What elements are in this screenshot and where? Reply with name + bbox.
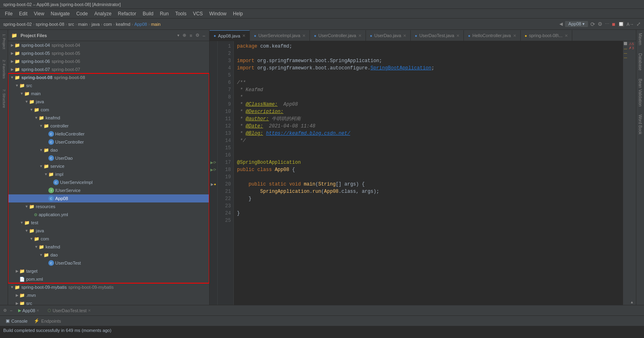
- tree-item-resources[interactable]: ▼ 📁 resources: [8, 202, 209, 211]
- tree-item-src[interactable]: ▼ 📁 src: [8, 81, 209, 90]
- tab-App08[interactable]: ● App08.java ✕: [210, 30, 250, 41]
- menu-edit[interactable]: Edit: [16, 10, 31, 17]
- menu-analyze[interactable]: Analyze: [91, 10, 115, 17]
- menu-file[interactable]: File: [2, 10, 16, 17]
- toolbar-settings-icon[interactable]: ⚙: [598, 21, 602, 27]
- gutter-run-icon-17[interactable]: ▶: [210, 161, 213, 165]
- tab-close-HelloController[interactable]: ✕: [513, 33, 516, 38]
- run-tab-close-App08[interactable]: ✕: [36, 309, 39, 313]
- sidebar-favorites-label[interactable]: 2: Favorites: [1, 59, 7, 79]
- tab-close-UserDao[interactable]: ✕: [403, 33, 406, 38]
- tab-UserDaoTest[interactable]: ● UserDaoTest.java ✕: [411, 30, 464, 41]
- tree-item-spring-boot-06[interactable]: ▶ 📁 spring-boot-06 spring-boot-06: [8, 57, 209, 65]
- sidebar-project-label[interactable]: 1: Project: [1, 33, 7, 50]
- panel-settings-icon[interactable]: ⚙: [195, 32, 200, 39]
- tree-item-UserServiceImpl[interactable]: C UserServiceImpl: [8, 178, 209, 186]
- tree-item-test-dao[interactable]: ▼ 📁 dao: [8, 251, 209, 259]
- panel-locate-icon[interactable]: ⊕: [182, 32, 187, 39]
- menu-view[interactable]: View: [31, 10, 48, 17]
- tab-close-UserServiceImpl[interactable]: ✕: [302, 33, 305, 38]
- toolbar-app08-dropdown[interactable]: App08 ▾: [565, 21, 588, 27]
- tab-HelloController[interactable]: ● HelloController.java ✕: [464, 30, 520, 41]
- tree-item-pom-xml[interactable]: 📄 pom.xml: [8, 275, 209, 283]
- toolbar-expand-icon[interactable]: ⤢: [636, 21, 641, 27]
- breadcrumb-item-app08[interactable]: App08: [134, 22, 147, 27]
- menu-window[interactable]: Window: [206, 10, 230, 17]
- toolbar-back-button[interactable]: ◀: [559, 21, 563, 27]
- right-label-database[interactable]: Database: [637, 52, 643, 72]
- bottom-tab-console[interactable]: ▣ Console: [3, 317, 30, 324]
- tree-item-spring-boot-09[interactable]: ▼ 📁 spring-boot-09-mybatis spring-boot-0…: [8, 283, 209, 291]
- tree-item-UserController[interactable]: C UserController: [8, 138, 209, 146]
- tree-item-test[interactable]: ▼ 📁 test: [8, 219, 209, 227]
- tree-item-impl[interactable]: ▼ 📁 impl: [8, 170, 209, 178]
- tree-item-src-sb09[interactable]: ▶ 📁 src: [8, 299, 209, 305]
- breadcrumb-item[interactable]: spring-boot-08: [36, 22, 64, 27]
- tree-item-test-com[interactable]: ▼ 📁 com: [8, 235, 209, 243]
- tab-UserDao[interactable]: ● UserDao.java ✕: [366, 30, 411, 41]
- tree-item-java[interactable]: ▼ 📁 java: [8, 98, 209, 106]
- toolbar-translate-icon[interactable]: A→: [627, 22, 634, 27]
- tree-item-main[interactable]: ▼ 📁 main: [8, 90, 209, 98]
- sidebar-structure-label[interactable]: 7: Structure: [1, 88, 7, 109]
- tree-item-test-keafmd[interactable]: ▼ 📁 keafmd: [8, 243, 209, 251]
- tree-item-com[interactable]: ▼ 📁 com: [8, 106, 209, 114]
- tree-item-dao[interactable]: ▼ 📁 dao: [8, 146, 209, 154]
- toolbar-coverage-icon[interactable]: 🔲: [618, 21, 624, 27]
- editor-scrollbar[interactable]: — — —: [623, 41, 628, 305]
- tree-item-spring-boot-05[interactable]: ▶ 📁 spring-boot-05 spring-boot-05: [8, 49, 209, 57]
- breadcrumb-item[interactable]: spring-boot-02: [3, 22, 32, 27]
- right-label-bean-validation[interactable]: Bean Validation: [637, 77, 643, 108]
- right-label-word-book[interactable]: Word Book: [637, 113, 643, 136]
- right-label-maven[interactable]: Maven: [637, 31, 643, 47]
- menu-tools[interactable]: Tools: [172, 10, 190, 17]
- tree-item-controller[interactable]: ▼ 📁 controller: [8, 122, 209, 130]
- gutter-run-icon-20[interactable]: ▶: [211, 182, 214, 186]
- menu-help[interactable]: Help: [230, 10, 246, 17]
- tree-item-spring-boot-04[interactable]: ▶ 📁 spring-boot-04 spring-boot-04: [8, 41, 209, 49]
- menu-run[interactable]: Run: [157, 10, 172, 17]
- run-tab-close-test[interactable]: ✕: [88, 309, 91, 313]
- toolbar-extra-icon[interactable]: ⋯: [605, 21, 609, 27]
- tree-item-spring-boot-08[interactable]: ▼ 📁 spring-boot-08 spring-boot-08: [8, 73, 209, 81]
- breadcrumb-item[interactable]: java: [91, 22, 100, 27]
- gutter-run-icon-18[interactable]: ▶: [210, 168, 213, 172]
- run-bar-close-icon[interactable]: –: [10, 308, 12, 313]
- tab-close-UserDaoTest[interactable]: ✕: [456, 33, 459, 38]
- breadcrumb-item[interactable]: main: [78, 22, 88, 27]
- run-tab-App08[interactable]: ▶ App08 ✕: [16, 307, 42, 314]
- tree-item-spring-boot-07[interactable]: ▶ 📁 spring-boot-07 spring-boot-07: [8, 65, 209, 73]
- tab-close-UserController[interactable]: ✕: [358, 33, 361, 38]
- menu-vcs[interactable]: VCS: [190, 10, 206, 17]
- tab-close-App08[interactable]: ✕: [242, 33, 245, 38]
- tree-item-IUserService[interactable]: I IUserService: [8, 186, 209, 194]
- tree-item-HelloController[interactable]: C HelloController: [8, 130, 209, 138]
- tab-UserController[interactable]: ● UserController.java ✕: [310, 30, 366, 41]
- toolbar-stop-icon[interactable]: ■: [612, 21, 615, 27]
- breadcrumb-item[interactable]: src: [68, 22, 74, 27]
- panel-collapse-icon[interactable]: ≡: [189, 32, 193, 39]
- tree-item-UserDaoTest[interactable]: C UserDaoTest: [8, 259, 209, 267]
- tree-item-target[interactable]: ▶ 📁 target: [8, 267, 209, 275]
- breadcrumb-item[interactable]: keafmd: [116, 22, 130, 27]
- tree-item-test-java[interactable]: ▼ 📁 java: [8, 227, 209, 235]
- run-bar-settings-icon[interactable]: ⚙: [3, 308, 7, 313]
- code-content[interactable]: package com.keafmd; import org.springfra…: [234, 41, 623, 305]
- menu-navigate[interactable]: Navigate: [48, 10, 73, 17]
- tab-close-springboot08[interactable]: ✕: [565, 33, 568, 38]
- breadcrumb-item-main[interactable]: main: [151, 22, 161, 27]
- tab-springboot08-dir[interactable]: ● spring-boot-08\... ✕: [521, 30, 572, 41]
- tree-item-service[interactable]: ▼ 📁 service: [8, 162, 209, 170]
- bottom-tab-endpoints[interactable]: ⚡ Endpoints: [31, 317, 63, 324]
- menu-build[interactable]: Build: [139, 10, 157, 17]
- tab-UserServiceImpl[interactable]: ● UserServiceImpl.java ✕: [250, 30, 310, 41]
- menu-refactor[interactable]: Refactor: [115, 10, 139, 17]
- panel-hide-icon[interactable]: –: [202, 32, 206, 39]
- tree-item-application-yml[interactable]: ⚙ application.yml: [8, 211, 209, 219]
- tree-item-keafmd[interactable]: ▼ 📁 keafmd: [8, 114, 209, 122]
- run-tab-UserDaoTest[interactable]: ⬡ UserDaoTest.test ✕: [45, 307, 93, 314]
- tree-item-mvn[interactable]: ▶ 📁 .mvn: [8, 291, 209, 299]
- tree-item-UserDao[interactable]: C UserDao: [8, 154, 209, 162]
- menu-code[interactable]: Code: [73, 10, 91, 17]
- tree-item-App08[interactable]: C App08: [8, 194, 209, 202]
